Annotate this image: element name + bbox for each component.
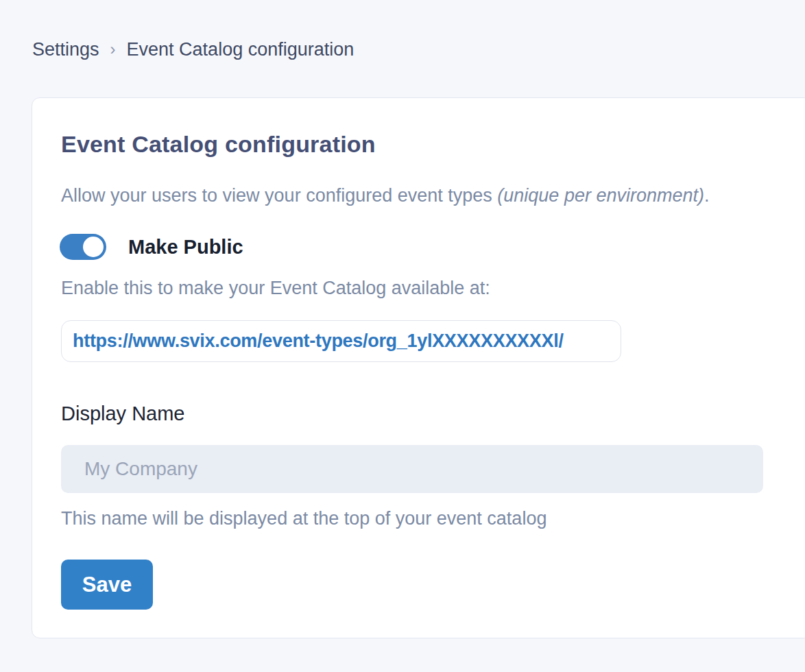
description-text: Allow your users to view your configured… (61, 185, 497, 206)
url-help-text: Enable this to make your Event Catalog a… (61, 278, 490, 299)
save-button[interactable]: Save (61, 560, 153, 610)
chevron-right-icon: › (110, 41, 116, 58)
make-public-row: Make Public (60, 234, 243, 260)
breadcrumb-settings[interactable]: Settings (32, 39, 99, 60)
display-name-input[interactable] (61, 445, 763, 493)
description-italic-text: (unique per environment) (497, 185, 704, 206)
card-description: Allow your users to view your configured… (61, 185, 710, 206)
breadcrumb: Settings › Event Catalog configuration (32, 39, 354, 60)
description-suffix: . (704, 185, 710, 206)
event-catalog-url-link[interactable]: https://www.svix.com/event-types/org_1yl… (73, 331, 564, 352)
make-public-label: Make Public (128, 236, 243, 259)
breadcrumb-event-catalog-configuration[interactable]: Event Catalog configuration (127, 39, 355, 60)
page-title: Event Catalog configuration (61, 131, 376, 158)
make-public-toggle[interactable] (60, 234, 106, 260)
display-name-label: Display Name (61, 403, 185, 425)
event-catalog-config-card: Event Catalog configuration Allow your u… (32, 97, 805, 638)
event-catalog-url-box[interactable]: https://www.svix.com/event-types/org_1yl… (61, 320, 621, 362)
display-name-help-text: This name will be displayed at the top o… (61, 508, 546, 529)
toggle-knob (83, 237, 104, 257)
